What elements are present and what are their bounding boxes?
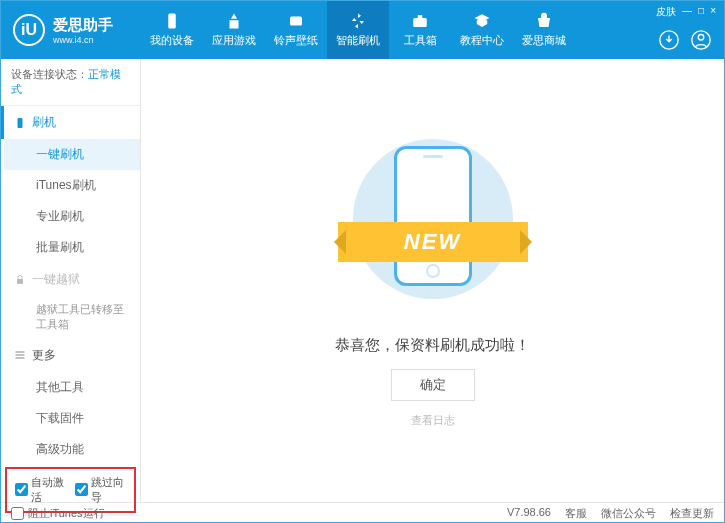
app-url: www.i4.cn xyxy=(53,35,113,45)
tab-toolbox[interactable]: 工具箱 xyxy=(389,1,451,59)
svg-rect-3 xyxy=(418,15,423,18)
svg-rect-1 xyxy=(290,17,302,26)
user-icon[interactable] xyxy=(690,29,712,51)
app-header: iU 爱思助手 www.i4.cn 我的设备 应用游戏 铃声壁纸 智能刷机 工具… xyxy=(1,1,724,59)
sidebar-item-advanced[interactable]: 高级功能 xyxy=(4,434,140,465)
sidebar: 设备连接状态：正常模式 刷机 一键刷机 iTunes刷机 专业刷机 批量刷机 一… xyxy=(1,59,141,502)
sidebar-item-download-fw[interactable]: 下载固件 xyxy=(4,403,140,434)
window-controls: 皮肤 — □ × xyxy=(656,5,716,19)
skin-button[interactable]: 皮肤 xyxy=(656,5,676,19)
menu-icon xyxy=(14,349,26,361)
svg-rect-7 xyxy=(18,118,23,128)
tab-my-device[interactable]: 我的设备 xyxy=(141,1,203,59)
main-content: NEW 恭喜您，保资料刷机成功啦！ 确定 查看日志 xyxy=(141,59,724,502)
success-message: 恭喜您，保资料刷机成功啦！ xyxy=(335,336,530,355)
tab-tutorials[interactable]: 教程中心 xyxy=(451,1,513,59)
tab-flash[interactable]: 智能刷机 xyxy=(327,1,389,59)
block-itunes-checkbox[interactable]: 阻止iTunes运行 xyxy=(11,506,105,521)
svg-point-6 xyxy=(698,35,704,41)
app-title: 爱思助手 xyxy=(53,16,113,35)
close-button[interactable]: × xyxy=(710,5,716,19)
sidebar-item-pro-flash[interactable]: 专业刷机 xyxy=(4,201,140,232)
lock-icon xyxy=(14,274,26,286)
jailbreak-note: 越狱工具已转移至工具箱 xyxy=(4,296,140,339)
svg-rect-2 xyxy=(413,18,427,27)
wechat-link[interactable]: 微信公众号 xyxy=(601,506,656,521)
sidebar-head-flash[interactable]: 刷机 xyxy=(1,106,140,139)
service-link[interactable]: 客服 xyxy=(565,506,587,521)
svg-rect-0 xyxy=(168,14,176,29)
sidebar-item-itunes-flash[interactable]: iTunes刷机 xyxy=(4,170,140,201)
svg-rect-8 xyxy=(17,279,23,284)
new-ribbon: NEW xyxy=(338,222,528,262)
update-link[interactable]: 检查更新 xyxy=(670,506,714,521)
svg-rect-10 xyxy=(16,355,25,356)
sidebar-item-oneclick-flash[interactable]: 一键刷机 xyxy=(4,139,140,170)
connection-status: 设备连接状态：正常模式 xyxy=(1,59,140,106)
sidebar-head-more[interactable]: 更多 xyxy=(4,339,140,372)
tab-apps[interactable]: 应用游戏 xyxy=(203,1,265,59)
ok-button[interactable]: 确定 xyxy=(391,369,475,401)
minimize-button[interactable]: — xyxy=(682,5,692,19)
header-action-icons xyxy=(658,29,712,51)
version-label: V7.98.66 xyxy=(507,506,551,521)
skip-guide-checkbox[interactable]: 跳过向导 xyxy=(75,475,127,505)
logo-area: iU 爱思助手 www.i4.cn xyxy=(1,14,141,46)
nav-tabs: 我的设备 应用游戏 铃声壁纸 智能刷机 工具箱 教程中心 爱思商城 xyxy=(141,1,575,59)
sidebar-head-jailbreak[interactable]: 一键越狱 xyxy=(4,263,140,296)
phone-icon xyxy=(14,117,26,129)
phone-illustration: NEW xyxy=(343,134,523,314)
view-log-link[interactable]: 查看日志 xyxy=(411,413,455,428)
svg-rect-11 xyxy=(16,358,25,359)
sidebar-item-other-tools[interactable]: 其他工具 xyxy=(4,372,140,403)
download-icon[interactable] xyxy=(658,29,680,51)
svg-rect-9 xyxy=(16,352,25,353)
auto-activate-checkbox[interactable]: 自动激活 xyxy=(15,475,67,505)
tab-ringtones[interactable]: 铃声壁纸 xyxy=(265,1,327,59)
maximize-button[interactable]: □ xyxy=(698,5,704,19)
tab-store[interactable]: 爱思商城 xyxy=(513,1,575,59)
sidebar-item-batch-flash[interactable]: 批量刷机 xyxy=(4,232,140,263)
logo-icon: iU xyxy=(13,14,45,46)
